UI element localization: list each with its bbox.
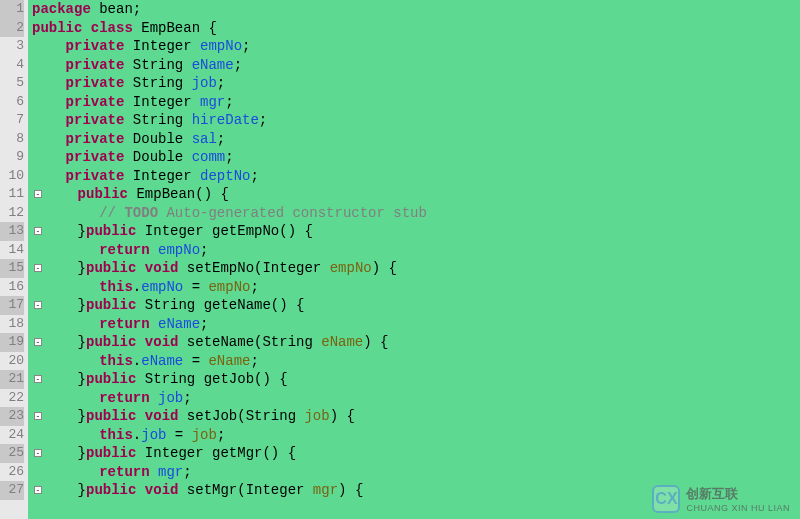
code-line[interactable]: this.eName = eName; [32,352,800,371]
fold-icon[interactable]: - [34,412,42,420]
token-str: ) { [330,408,355,424]
token-kw: public [86,445,136,461]
line-number: 1 [0,0,24,19]
token-param: eName [321,334,363,350]
code-line[interactable]: - }public void setEmpNo(Integer empNo) { [32,259,800,278]
code-line[interactable]: this.job = job; [32,426,800,445]
code-line[interactable]: private Integer empNo; [32,37,800,56]
token-param: mgr [313,482,338,498]
token-ident: eName [158,316,200,332]
token-ident: job [141,427,166,443]
line-number: 22 [0,389,24,408]
token-comment: Auto-generated constructor stub [158,205,427,221]
token-param: empNo [330,260,372,276]
token-comment: // [99,205,124,221]
token-str: Integer [124,168,200,184]
token-ident: job [158,390,183,406]
code-line[interactable]: private String hireDate; [32,111,800,130]
token-param: empNo [208,279,250,295]
code-line[interactable]: package bean; [32,0,800,19]
token-param: job [192,427,217,443]
code-line[interactable]: private Double comm; [32,148,800,167]
fold-icon[interactable]: - [34,338,42,346]
token-kw: public void [86,260,178,276]
code-line[interactable]: return empNo; [32,241,800,260]
code-line[interactable]: private Integer mgr; [32,93,800,112]
token-ident: eName [192,57,234,73]
code-line[interactable]: private Double sal; [32,130,800,149]
token-ident: mgr [200,94,225,110]
token-str: EmpBean() { [128,186,229,202]
fold-icon[interactable]: - [34,449,42,457]
code-line[interactable]: this.empNo = empNo; [32,278,800,297]
token-kw: private [66,149,125,165]
code-line[interactable]: private String job; [32,74,800,93]
fold-icon[interactable]: - [34,190,42,198]
fold-icon[interactable]: - [34,301,42,309]
code-line[interactable]: // TODO Auto-generated constructor stub [32,204,800,223]
fold-icon[interactable]: - [34,486,42,494]
line-number: 5 [0,74,24,93]
line-number: 3 [0,37,24,56]
watermark-en: CHUANG XIN HU LIAN [686,503,790,513]
code-line[interactable]: - }public String geteName() { [32,296,800,315]
line-number: 6 [0,93,24,112]
line-number: 21 [0,370,24,389]
code-line[interactable]: - public EmpBean() { [32,185,800,204]
code-line[interactable]: return mgr; [32,463,800,482]
token-kw: private [66,57,125,73]
token-str: } [78,334,86,350]
line-number: 4 [0,56,24,75]
token-str [150,464,158,480]
code-line[interactable]: private String eName; [32,56,800,75]
token-kw: return [99,242,149,258]
line-number: 18 [0,315,24,334]
code-line[interactable]: public class EmpBean { [32,19,800,38]
token-str: } [78,223,86,239]
token-ident: hireDate [192,112,259,128]
token-kw: this [99,427,133,443]
token-str: . [133,279,141,295]
fold-icon[interactable]: - [34,375,42,383]
token-kw: public void [86,408,178,424]
code-content[interactable]: package bean;public class EmpBean { priv… [28,0,800,519]
token-str: EmpBean { [133,20,217,36]
line-number: 15 [0,259,24,278]
code-line[interactable]: - }public Integer getEmpNo() { [32,222,800,241]
token-ident: sal [192,131,217,147]
token-str: ; [217,427,225,443]
code-line[interactable]: - }public void seteName(String eName) { [32,333,800,352]
token-str [150,316,158,332]
token-str: setEmpNo(Integer [178,260,329,276]
token-str: ) { [338,482,363,498]
token-str: = [166,427,191,443]
token-str: ) { [363,334,388,350]
token-ident: mgr [158,464,183,480]
line-number: 17 [0,296,24,315]
fold-icon[interactable]: - [34,227,42,235]
token-str: ; [234,57,242,73]
token-kw: private [66,112,125,128]
code-line[interactable]: - }public Integer getMgr() { [32,444,800,463]
token-str: . [133,427,141,443]
code-line[interactable]: private Integer deptNo; [32,167,800,186]
code-line[interactable]: - }public String getJob() { [32,370,800,389]
line-number: 16 [0,278,24,297]
code-line[interactable]: return job; [32,389,800,408]
token-kw: return [99,464,149,480]
token-str: ; [200,242,208,258]
token-str: = [183,279,208,295]
token-ident: empNo [200,38,242,54]
code-line[interactable]: - }public void setJob(String job) { [32,407,800,426]
token-str: String getJob() { [136,371,287,387]
token-ident: deptNo [200,168,250,184]
token-kw: private [66,131,125,147]
line-gutter: 1234567891011121314151617181920212223242… [0,0,28,519]
code-line[interactable]: return eName; [32,315,800,334]
line-number: 9 [0,148,24,167]
line-number: 11 [0,185,24,204]
token-kw: public [78,186,128,202]
line-number: 10 [0,167,24,186]
fold-icon[interactable]: - [34,264,42,272]
line-number: 27 [0,481,24,500]
